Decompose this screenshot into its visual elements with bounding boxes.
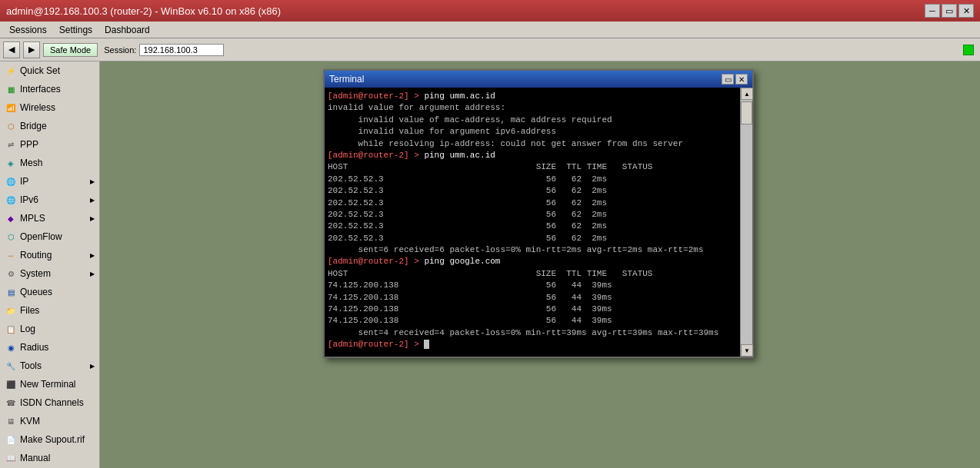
openflow-icon: ⬡ bbox=[5, 231, 17, 243]
sidebar-item-label-routing: Routing bbox=[20, 250, 52, 261]
sidebar-item-system[interactable]: ⚙System bbox=[0, 264, 99, 283]
ip-icon: 🌐 bbox=[5, 175, 17, 188]
terminal-line-10: 202.52.52.3 56 62 2ms bbox=[328, 209, 737, 221]
mpls-icon: ◆ bbox=[5, 212, 17, 224]
sidebar-item-tools[interactable]: 🔧Tools bbox=[0, 357, 99, 375]
terminal-line-4: while resolving ip-address: could not ge… bbox=[328, 138, 737, 150]
sidebar-item-label-files: Files bbox=[20, 305, 39, 316]
toolbar: ◀ ▶ Safe Mode Session: bbox=[0, 38, 980, 61]
restore-button[interactable]: ▭ bbox=[942, 4, 957, 18]
mesh-icon: ◈ bbox=[5, 157, 17, 169]
sidebar-item-queues[interactable]: ▤Queues bbox=[0, 283, 99, 301]
sidebar-item-label-isdn-channels: ISDN Channels bbox=[20, 397, 84, 408]
terminal-line-13: sent=6 received=6 packet-loss=0% min-rtt… bbox=[328, 244, 737, 256]
menu-settings[interactable]: Settings bbox=[53, 23, 98, 37]
forward-button[interactable]: ▶ bbox=[23, 41, 40, 58]
terminal-line-20: 74.125.200.138 56 44 39ms bbox=[328, 315, 737, 327]
sidebar-item-manual[interactable]: 📖Manual bbox=[0, 449, 99, 467]
terminal-line-17: 74.125.200.138 56 44 39ms bbox=[328, 280, 737, 291]
sidebar-item-files[interactable]: 📁Files bbox=[0, 301, 99, 320]
terminal-line-2: invalid value of mac-address, mac addres… bbox=[328, 115, 737, 126]
system-icon: ⚙ bbox=[5, 267, 17, 280]
sidebar-item-label-ip: IP bbox=[20, 176, 28, 187]
sidebar-item-label-bridge: Bridge bbox=[20, 121, 47, 131]
ppp-icon: ⇌ bbox=[5, 138, 17, 151]
sidebar-item-ipv6[interactable]: 🌐IPv6 bbox=[0, 191, 99, 209]
menu-dashboard[interactable]: Dashboard bbox=[98, 23, 156, 37]
terminal-line-5: [admin@router-2] > ping umm.ac.id bbox=[328, 150, 737, 161]
sidebar-item-label-queues: Queues bbox=[20, 287, 52, 297]
terminal-line-18: 74.125.200.138 56 44 39ms bbox=[328, 292, 737, 304]
back-button[interactable]: ◀ bbox=[3, 41, 20, 58]
terminal-restore-button[interactable]: ▭ bbox=[722, 74, 734, 85]
sidebar-item-label-manual: Manual bbox=[20, 453, 50, 463]
sidebar-item-ip[interactable]: 🌐IP bbox=[0, 172, 99, 191]
terminal-line-8: 202.52.52.3 56 62 2ms bbox=[328, 185, 737, 197]
session-input[interactable] bbox=[139, 44, 224, 56]
terminal-line-21: sent=4 received=4 packet-loss=0% min-rtt… bbox=[328, 327, 737, 339]
sidebar-item-kvm[interactable]: 🖥KVM bbox=[0, 412, 99, 430]
terminal-content[interactable]: [admin@router-2] > ping umm.ac.idinvalid… bbox=[325, 88, 740, 357]
sidebar-item-label-new-terminal: New Terminal bbox=[20, 379, 75, 390]
bridge-icon: ⬡ bbox=[5, 120, 17, 132]
main-area: ⚡Quick Set▦Interfaces📶Wireless⬡Bridge⇌PP… bbox=[0, 61, 980, 468]
sidebar-item-interfaces[interactable]: ▦Interfaces bbox=[0, 80, 99, 98]
sidebar-item-routing[interactable]: ↔Routing bbox=[0, 246, 99, 264]
sidebar-item-label-kvm: KVM bbox=[20, 416, 40, 427]
terminal-line-16: HOST SIZE TTL TIME STATUS bbox=[328, 268, 737, 280]
menu-bar: Sessions Settings Dashboard bbox=[0, 22, 980, 38]
sidebar-item-label-quick-set: Quick Set bbox=[20, 65, 60, 76]
sidebar-item-mesh[interactable]: ◈Mesh bbox=[0, 154, 99, 172]
terminal-line-7: 202.52.52.3 56 62 2ms bbox=[328, 174, 737, 185]
title-bar-buttons: ─ ▭ ✕ bbox=[925, 4, 974, 18]
isdn-channels-icon: ☎ bbox=[5, 397, 17, 409]
terminal-line-15: [admin@router-2] > ping google.com bbox=[328, 256, 737, 267]
title-bar: admin@192.168.100.3 (router-2) - WinBox … bbox=[0, 0, 980, 22]
terminal-line-1: invalid value for argument address: bbox=[328, 102, 737, 114]
terminal-line-11: 202.52.52.3 56 62 2ms bbox=[328, 221, 737, 232]
terminal-scrollbar[interactable]: ▲ ▼ bbox=[740, 88, 752, 357]
minimize-button[interactable]: ─ bbox=[925, 4, 940, 18]
menu-sessions[interactable]: Sessions bbox=[3, 23, 53, 37]
routing-icon: ↔ bbox=[5, 249, 17, 261]
terminal-line-0: [admin@router-2] > ping umm.ac.id bbox=[328, 91, 737, 102]
wireless-icon: 📶 bbox=[5, 101, 17, 114]
radius-icon: ◉ bbox=[5, 341, 17, 353]
sidebar-item-new-terminal[interactable]: ⬛New Terminal bbox=[0, 375, 99, 393]
new-terminal-icon: ⬛ bbox=[5, 378, 17, 390]
terminal-line-3: invalid value for argument ipv6-address bbox=[328, 126, 737, 138]
sidebar-item-label-ipv6: IPv6 bbox=[20, 194, 38, 205]
sidebar-item-log[interactable]: 📋Log bbox=[0, 320, 99, 338]
log-icon: 📋 bbox=[5, 323, 17, 335]
sidebar-item-label-tools: Tools bbox=[20, 360, 42, 371]
terminal-line-23: [admin@router-2] > bbox=[328, 339, 737, 350]
close-button[interactable]: ✕ bbox=[958, 4, 974, 18]
terminal-title: Terminal bbox=[329, 74, 364, 85]
sidebar-item-radius[interactable]: ◉Radius bbox=[0, 338, 99, 357]
terminal-line-9: 202.52.52.3 56 62 2ms bbox=[328, 197, 737, 209]
queues-icon: ▤ bbox=[5, 286, 17, 298]
terminal-titlebar: Terminal ▭ ✕ bbox=[325, 71, 752, 88]
sidebar-item-label-ppp: PPP bbox=[20, 139, 38, 150]
scroll-up-arrow[interactable]: ▲ bbox=[741, 88, 753, 100]
quick-set-icon: ⚡ bbox=[5, 65, 17, 77]
files-icon: 📁 bbox=[5, 304, 17, 317]
sidebar-item-label-radius: Radius bbox=[20, 342, 48, 353]
sidebar-item-quick-set[interactable]: ⚡Quick Set bbox=[0, 61, 99, 80]
sidebar-item-mpls[interactable]: ◆MPLS bbox=[0, 209, 99, 227]
terminal-close-button[interactable]: ✕ bbox=[735, 74, 748, 85]
sidebar-item-ppp[interactable]: ⇌PPP bbox=[0, 135, 99, 154]
manual-icon: 📖 bbox=[5, 452, 17, 464]
sidebar-item-wireless[interactable]: 📶Wireless bbox=[0, 98, 99, 117]
sidebar-item-isdn-channels[interactable]: ☎ISDN Channels bbox=[0, 393, 99, 412]
safe-mode-button[interactable]: Safe Mode bbox=[43, 43, 98, 57]
terminal-line-6: HOST SIZE TTL TIME STATUS bbox=[328, 161, 737, 173]
sidebar-item-openflow[interactable]: ⬡OpenFlow bbox=[0, 227, 99, 246]
sidebar-item-bridge[interactable]: ⬡Bridge bbox=[0, 117, 99, 135]
ipv6-icon: 🌐 bbox=[5, 194, 17, 206]
terminal-line-19: 74.125.200.138 56 44 39ms bbox=[328, 304, 737, 315]
sidebar-item-make-supout[interactable]: 📄Make Supout.rif bbox=[0, 430, 99, 449]
scroll-thumb[interactable] bbox=[741, 101, 752, 124]
kvm-icon: 🖥 bbox=[5, 415, 17, 427]
scroll-down-arrow[interactable]: ▼ bbox=[741, 344, 753, 357]
